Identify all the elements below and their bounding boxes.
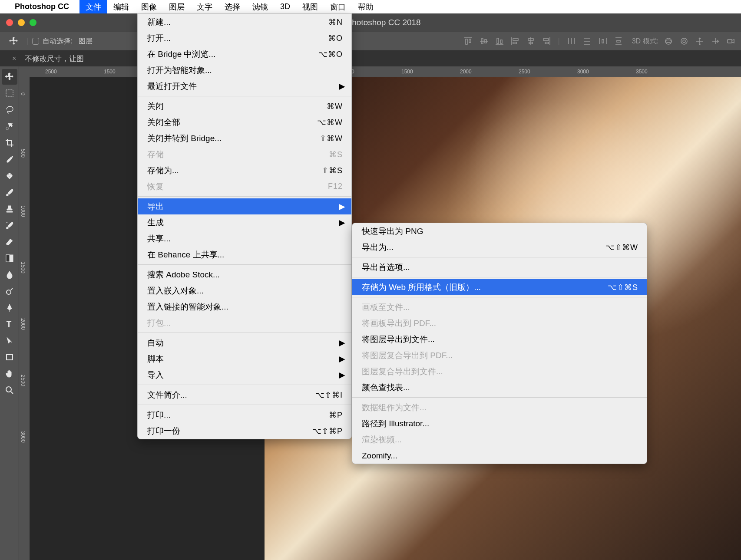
menu-item: 数据组作为文件... <box>352 399 647 415</box>
menu-item[interactable]: 导出首选项... <box>352 259 647 275</box>
rectangle-tool-icon[interactable] <box>2 349 17 365</box>
menubar-item-编辑[interactable]: 编辑 <box>107 0 135 13</box>
zoom-window-icon[interactable] <box>30 19 36 26</box>
menu-item-label: 颜色查找表... <box>362 382 410 393</box>
distribute-vs-icon[interactable] <box>613 36 624 47</box>
path-select-tool-icon[interactable] <box>2 333 17 349</box>
move-tool-indicator-icon[interactable] <box>4 34 23 49</box>
menu-item[interactable]: 关闭并转到 Bridge...⇧⌘W <box>138 130 351 146</box>
minimize-window-icon[interactable] <box>18 19 25 26</box>
tab-close-icon[interactable]: × <box>12 55 16 63</box>
menu-item[interactable]: 打开...⌘O <box>138 30 351 46</box>
menu-item[interactable]: 导出▶ <box>138 198 351 214</box>
menu-item[interactable]: 将图层导出到文件... <box>352 331 647 347</box>
menu-item[interactable]: 脚本▶ <box>138 351 351 367</box>
menu-item[interactable]: 打开为智能对象... <box>138 62 351 78</box>
menu-separator <box>352 257 647 257</box>
hand-tool-icon[interactable] <box>2 366 17 382</box>
3d-slide-icon[interactable] <box>710 36 721 47</box>
dodge-tool-icon[interactable] <box>2 283 17 299</box>
menu-item: 图层复合导出到文件... <box>352 363 647 379</box>
healing-tool-icon[interactable] <box>2 168 17 184</box>
menubar-item-3D[interactable]: 3D <box>274 0 296 13</box>
menu-item[interactable]: 存储为 Web 所用格式（旧版）...⌥⇧⌘S <box>352 279 647 295</box>
distribute-v-icon[interactable] <box>582 36 593 47</box>
menubar-item-文字[interactable]: 文字 <box>191 0 218 13</box>
gradient-tool-icon[interactable] <box>2 250 17 266</box>
menu-item[interactable]: 关闭⌘W <box>138 98 351 114</box>
history-brush-tool-icon[interactable] <box>2 217 17 233</box>
menubar-item-选择[interactable]: 选择 <box>218 0 246 13</box>
menubar-item-视图[interactable]: 视图 <box>296 0 324 13</box>
pen-tool-icon[interactable] <box>2 300 17 316</box>
quick-select-tool-icon[interactable] <box>2 119 17 134</box>
menu-item[interactable]: 搜索 Adobe Stock... <box>138 267 351 283</box>
distribute-hs-icon[interactable] <box>597 36 609 47</box>
menu-item[interactable]: 快速导出为 PNG <box>352 223 647 239</box>
menu-item-label: 将图层导出到文件... <box>362 334 435 345</box>
align-hcenter-icon[interactable] <box>525 36 536 47</box>
menu-item[interactable]: 置入链接的智能对象... <box>138 299 351 315</box>
menu-item[interactable]: 文件简介...⌥⇧⌘I <box>138 387 351 403</box>
eyedropper-tool-icon[interactable] <box>2 152 17 167</box>
menu-item[interactable]: 置入嵌入对象... <box>138 283 351 299</box>
marquee-tool-icon[interactable] <box>2 86 17 101</box>
crop-tool-icon[interactable] <box>2 135 17 151</box>
lasso-tool-icon[interactable] <box>2 102 17 118</box>
app-name[interactable]: Photoshop CC <box>15 2 69 11</box>
menubar-item-滤镜[interactable]: 滤镜 <box>246 0 274 13</box>
align-left-icon[interactable] <box>509 36 521 47</box>
3d-roll-icon[interactable] <box>678 36 690 47</box>
menu-shortcut: ⌘P <box>329 410 343 420</box>
distribute-h-icon[interactable] <box>566 36 577 47</box>
menu-shortcut: ⌥⇧⌘W <box>605 243 638 252</box>
blur-tool-icon[interactable] <box>2 267 17 283</box>
menu-item[interactable]: 关闭全部⌥⌘W <box>138 114 351 130</box>
menubar-item-窗口[interactable]: 窗口 <box>324 0 352 13</box>
auto-select-checkbox[interactable] <box>32 38 39 45</box>
brush-tool-icon[interactable] <box>2 184 17 200</box>
menubar-item-图像[interactable]: 图像 <box>135 0 163 13</box>
align-bottom-icon[interactable] <box>494 36 505 47</box>
stamp-tool-icon[interactable] <box>2 201 17 217</box>
menu-item-label: 画板至文件... <box>362 302 410 313</box>
ruler-horizontal[interactable]: 25001500500500100015002000250030003500 <box>19 66 741 77</box>
menu-item[interactable]: 生成▶ <box>138 214 351 231</box>
move-tool-icon[interactable] <box>2 69 17 85</box>
menu-item[interactable]: 共享... <box>138 231 351 247</box>
menu-item[interactable]: 存储为...⇧⌘S <box>138 162 351 178</box>
align-top-icon[interactable] <box>463 36 474 47</box>
close-window-icon[interactable] <box>6 19 13 26</box>
type-tool-icon[interactable]: T <box>2 316 17 332</box>
eraser-tool-icon[interactable] <box>2 234 17 250</box>
menubar-item-帮助[interactable]: 帮助 <box>352 0 380 13</box>
align-vcenter-icon[interactable] <box>478 36 490 47</box>
auto-select-dropdown[interactable]: 图层 <box>79 37 93 46</box>
menu-separator <box>138 264 351 265</box>
menu-item[interactable]: 自动▶ <box>138 335 351 351</box>
menu-item[interactable]: 最近打开文件▶ <box>138 78 351 94</box>
menu-shortcut: F12 <box>328 182 343 191</box>
ruler-vertical[interactable]: 050010001500200025003000 <box>19 77 30 560</box>
3d-orbit-icon[interactable] <box>663 36 674 47</box>
menu-item[interactable]: Zoomify... <box>352 448 647 464</box>
menu-item[interactable]: 颜色查找表... <box>352 379 647 395</box>
menu-item[interactable]: 打印...⌘P <box>138 407 351 423</box>
zoom-tool-icon[interactable] <box>2 382 17 398</box>
menu-item[interactable]: 打印一份⌥⇧⌘P <box>138 423 351 439</box>
menu-item[interactable]: 路径到 Illustrator... <box>352 415 647 432</box>
menu-item[interactable]: 新建...⌘N <box>138 14 351 30</box>
submenu-arrow-icon: ▶ <box>339 354 345 364</box>
svg-point-2 <box>681 38 687 44</box>
3d-camera-icon[interactable] <box>725 36 737 47</box>
menu-item[interactable]: 导出为...⌥⇧⌘W <box>352 239 647 255</box>
svg-point-9 <box>10 174 11 175</box>
3d-pan-icon[interactable] <box>694 36 705 47</box>
align-right-icon[interactable] <box>541 36 552 47</box>
menu-item[interactable]: 导入▶ <box>138 367 351 383</box>
menu-item[interactable]: 在 Behance 上共享... <box>138 247 351 263</box>
menubar-item-文件[interactable]: 文件 <box>79 0 107 13</box>
menubar-item-图层[interactable]: 图层 <box>163 0 191 13</box>
menu-item[interactable]: 在 Bridge 中浏览...⌥⌘O <box>138 46 351 62</box>
document-tab-title[interactable]: 不修改尺寸，让图 <box>25 54 84 64</box>
